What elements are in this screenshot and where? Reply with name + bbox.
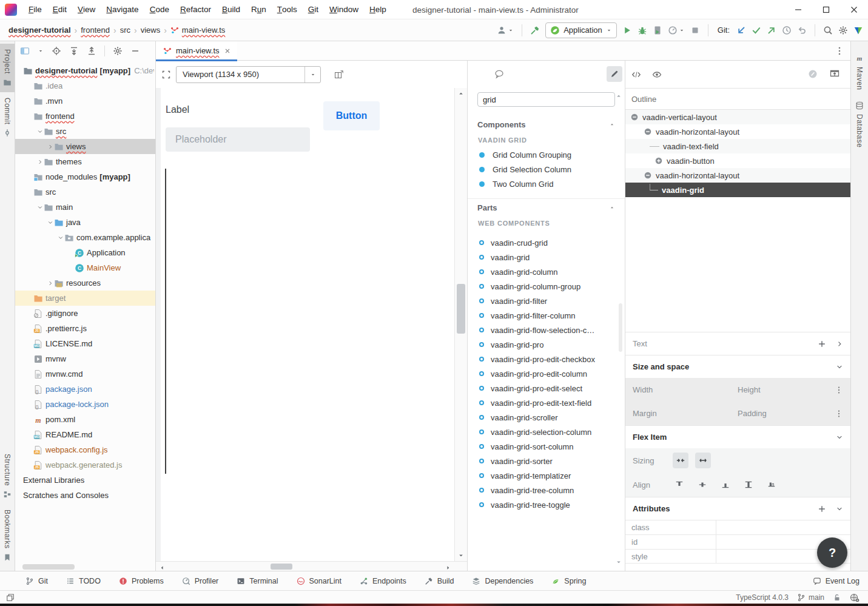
part-vaadin-grid-sort-column[interactable]: vaadin-grid-sort-column bbox=[468, 439, 625, 454]
palette-scroll-down-icon[interactable] bbox=[616, 559, 622, 565]
sizing-shrink-button[interactable] bbox=[673, 453, 688, 468]
align-baseline-button[interactable] bbox=[765, 478, 778, 491]
tree-item-readme-md[interactable]: MDREADME.md bbox=[15, 427, 155, 442]
design-canvas[interactable]: Label Button Placeholder bbox=[161, 88, 454, 561]
stop-button[interactable] bbox=[690, 25, 700, 35]
tree-item-target[interactable]: target bbox=[15, 291, 155, 306]
update-project-button[interactable] bbox=[736, 25, 746, 35]
align-center-button[interactable] bbox=[696, 478, 709, 491]
part-vaadin-grid-selection-column[interactable]: vaadin-grid-selection-column bbox=[468, 425, 625, 439]
tree-item-package-json[interactable]: {}package.json bbox=[15, 382, 155, 397]
stripe-item-commit[interactable]: Commit bbox=[0, 92, 15, 143]
part-vaadin-grid-tree-column[interactable]: vaadin-grid-tree-column bbox=[468, 483, 625, 497]
view-options-caret-icon[interactable] bbox=[38, 48, 44, 54]
component-grid-selection-column[interactable]: Grid Selection Column bbox=[468, 162, 625, 177]
part-vaadin-grid-column[interactable]: vaadin-grid-column bbox=[468, 264, 625, 279]
viewport-select[interactable]: Viewport (1134 x 950) bbox=[176, 66, 321, 83]
field-height[interactable]: Height bbox=[738, 385, 835, 394]
components-section-header[interactable]: Components bbox=[468, 116, 625, 133]
typescript-status[interactable]: TypeScript 4.0.3 bbox=[736, 593, 789, 602]
tree-item-package-lock-json[interactable]: {}package-lock.json bbox=[15, 397, 155, 412]
align-bottom-button[interactable] bbox=[719, 478, 732, 491]
help-button[interactable]: ? bbox=[817, 537, 847, 568]
outline-node-vaadin-horizontal-layout[interactable]: vaadin-horizontal-layout bbox=[625, 124, 850, 139]
tree-item-mvnw-cmd[interactable]: mvnw.cmd bbox=[15, 366, 155, 382]
tree-item-views[interactable]: views bbox=[15, 139, 155, 154]
breadcrumb-views[interactable]: views bbox=[138, 24, 163, 36]
tree-item--prettierrc-js[interactable]: JS.prettierrc.js bbox=[15, 321, 155, 336]
size-section-header[interactable]: Size and space bbox=[625, 355, 850, 378]
menu-view[interactable]: View bbox=[72, 0, 101, 19]
expand-all-icon[interactable] bbox=[69, 46, 79, 56]
scroll-left-icon[interactable] bbox=[159, 565, 165, 571]
sizing-grow-button[interactable] bbox=[695, 453, 711, 468]
menu-build[interactable]: Build bbox=[217, 0, 246, 19]
toolwindow-git[interactable]: Git bbox=[25, 577, 48, 585]
part-vaadin-grid-tree-toggle[interactable]: vaadin-grid-tree-toggle bbox=[468, 497, 625, 512]
tree-item-themes[interactable]: themes bbox=[15, 154, 155, 169]
scroll-right-icon[interactable] bbox=[445, 565, 451, 571]
tree-item-pom-xml[interactable]: mpom.xml bbox=[15, 412, 155, 427]
outline-node-vaadin-vertical-layout[interactable]: vaadin-vertical-layout bbox=[625, 110, 850, 124]
text-property-row[interactable]: Text bbox=[625, 332, 850, 355]
horizontal-scroll-thumb[interactable] bbox=[271, 564, 292, 570]
part-vaadin-crud-grid[interactable]: vaadin-crud-grid bbox=[468, 235, 625, 250]
part-vaadin-grid-filter-column[interactable]: vaadin-grid-filter-column bbox=[468, 308, 625, 323]
collapse-node-icon[interactable] bbox=[644, 171, 652, 180]
attributes-section-header[interactable]: Attributes bbox=[625, 497, 850, 520]
part-vaadin-grid-pro-edit-select[interactable]: vaadin-grid-pro-edit-select bbox=[468, 381, 625, 396]
tree-item-designer-tutorial[interactable]: designer-tutorial[myapp]C:\dev\ bbox=[15, 63, 155, 78]
close-tab-icon[interactable] bbox=[224, 47, 231, 55]
stripe-item-database[interactable]: Database bbox=[851, 96, 868, 153]
toolwindow-sonarlint[interactable]: SonarLint bbox=[297, 577, 342, 585]
tree-item-license-md[interactable]: MDLICENSE.md bbox=[15, 336, 155, 351]
part-vaadin-grid-flow-selection-c…[interactable]: vaadin-grid-flow-selection-c… bbox=[468, 323, 625, 337]
tree-item-webpack-generated-js[interactable]: JSwebpack.generated.js bbox=[15, 457, 155, 473]
menu-navigate[interactable]: Navigate bbox=[101, 0, 144, 19]
palette-scroll-up-icon[interactable] bbox=[616, 93, 622, 99]
profiler-button[interactable] bbox=[668, 25, 685, 35]
attribute-value-input[interactable] bbox=[716, 520, 850, 534]
menu-help[interactable]: Help bbox=[364, 0, 392, 19]
split-view-icon[interactable] bbox=[334, 70, 344, 79]
tree-item-scratches-and-consoles[interactable]: Scratches and Consoles bbox=[15, 488, 155, 503]
part-vaadin-grid[interactable]: vaadin-grid bbox=[468, 250, 625, 264]
git-branch-widget[interactable]: main bbox=[797, 593, 824, 602]
vertical-scroll-thumb[interactable] bbox=[457, 284, 465, 334]
feedback-bubble-icon[interactable] bbox=[494, 69, 504, 79]
search-everywhere-button[interactable] bbox=[823, 25, 833, 35]
outline-node-vaadin-horizontal-layout[interactable]: vaadin-horizontal-layout bbox=[625, 168, 850, 183]
scroll-down-icon[interactable] bbox=[458, 553, 464, 559]
field-width[interactable]: Width bbox=[633, 385, 738, 394]
toolwindow-dependencies[interactable]: Dependencies bbox=[472, 577, 533, 585]
select-frame-icon[interactable] bbox=[161, 70, 171, 79]
canvas-button-element[interactable]: Button bbox=[323, 101, 380, 130]
field-padding[interactable]: Padding bbox=[738, 409, 835, 418]
part-vaadin-grid-scroller[interactable]: vaadin-grid-scroller bbox=[468, 410, 625, 425]
toolwindow-terminal[interactable]: Terminal bbox=[237, 577, 278, 585]
tree-item-src[interactable]: src bbox=[15, 184, 155, 200]
palette-scroll-thumb[interactable] bbox=[619, 303, 622, 352]
tree-item-frontend[interactable]: frontend bbox=[15, 109, 155, 124]
menu-git[interactable]: Git bbox=[303, 0, 324, 19]
tree-item-resources[interactable]: resources bbox=[15, 275, 155, 291]
build-project-button[interactable] bbox=[530, 25, 540, 35]
canvas-horizontal-scrollbar[interactable] bbox=[156, 561, 467, 571]
project-settings-icon[interactable] bbox=[113, 46, 123, 56]
part-vaadin-grid-sorter[interactable]: vaadin-grid-sorter bbox=[468, 454, 625, 468]
editor-options-icon[interactable] bbox=[835, 46, 844, 56]
tree-item-com-example-applica[interactable]: com.example.applica bbox=[15, 230, 155, 245]
stripe-item-project[interactable]: Project bbox=[0, 44, 15, 92]
tree-item--idea[interactable]: .idea bbox=[15, 78, 155, 93]
flex-section-header[interactable]: Flex Item bbox=[625, 425, 850, 448]
breadcrumb-src[interactable]: src bbox=[118, 24, 133, 36]
scroll-up-icon[interactable] bbox=[458, 90, 464, 96]
tree-item-webpack-config-js[interactable]: JSwebpack.config.js bbox=[15, 442, 155, 457]
palette-search-input[interactable] bbox=[477, 92, 615, 107]
menu-code[interactable]: Code bbox=[144, 0, 175, 19]
menu-tools[interactable]: Tools bbox=[272, 0, 303, 19]
parts-section-header[interactable]: Parts bbox=[468, 199, 625, 216]
rollback-button[interactable] bbox=[797, 25, 807, 35]
toolwindow-spring[interactable]: Spring bbox=[551, 577, 586, 585]
canvas-label-element[interactable]: Label bbox=[166, 104, 189, 116]
